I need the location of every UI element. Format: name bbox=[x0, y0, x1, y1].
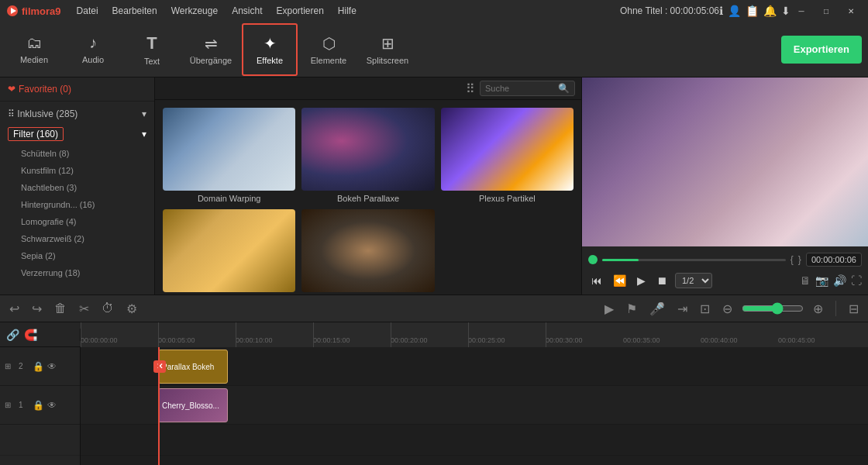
ruler-mark-20: 00:00:20:00 bbox=[391, 336, 428, 344]
download-icon[interactable]: ⬇ bbox=[781, 5, 790, 17]
skip-back-button[interactable]: ⏮ bbox=[588, 273, 605, 288]
bracket-right: } bbox=[798, 254, 801, 265]
sub-lomografie[interactable]: Lomografie (4) bbox=[12, 213, 154, 230]
effect-card-domain-warping[interactable]: Domain Warping bbox=[163, 108, 295, 203]
zoom-slider[interactable] bbox=[742, 302, 804, 315]
audio-adj-button[interactable]: ⚙ bbox=[123, 300, 140, 318]
speed-button[interactable]: ⏱ bbox=[98, 300, 117, 317]
tool-medien[interactable]: 🗂 Medien bbox=[6, 23, 62, 76]
timeline-bar[interactable] bbox=[602, 259, 786, 261]
bottom-toolbar: ↩ ↪ 🗑 ✂ ⏱ ⚙ ▶ ⚑ 🎤 ⇥ ⊡ ⊖ ⊕ ⊟ bbox=[0, 294, 868, 322]
sub-kunstfilm[interactable]: Kunstfilm (12) bbox=[12, 162, 154, 179]
effect-thumb-plexus-partikel bbox=[441, 108, 574, 191]
menu-bearbeiten[interactable]: Bearbeiten bbox=[106, 4, 164, 18]
close-button[interactable]: ✕ bbox=[840, 3, 862, 19]
text-icon: T bbox=[146, 33, 157, 53]
track-2-lock-icon[interactable]: 🔒 bbox=[33, 361, 44, 372]
uebergaenge-icon: ⇌ bbox=[205, 34, 218, 53]
minimize-button[interactable]: ─ bbox=[790, 3, 812, 19]
export-button[interactable]: Exportieren bbox=[781, 36, 862, 64]
tool-text[interactable]: T Text bbox=[124, 23, 180, 76]
search-input[interactable] bbox=[485, 84, 555, 93]
sub-verzerrung[interactable]: Verzerrung (18) bbox=[12, 264, 154, 281]
snap-icon[interactable]: 🧲 bbox=[24, 329, 37, 341]
marker-button[interactable]: ⚑ bbox=[623, 300, 640, 318]
sub-nachtleben[interactable]: Nachtleben (3) bbox=[12, 179, 154, 196]
track-1-eye-icon[interactable]: 👁 bbox=[47, 400, 57, 411]
zoom-in-button[interactable]: ⊕ bbox=[810, 300, 826, 318]
snapshot-icon[interactable]: 📷 bbox=[815, 274, 828, 287]
crop-button[interactable]: ⊖ bbox=[719, 300, 735, 318]
cut-button[interactable]: ✂ bbox=[76, 300, 92, 318]
volume-icon[interactable]: 🔊 bbox=[833, 274, 846, 287]
timeline: 🔗 🧲 00:00:00:00 00:00:05:00 00:00:10:00 … bbox=[0, 322, 868, 465]
left-panel: ❤ Favoriten (0) ⠿ Inklusive (285) ▾ Filt… bbox=[0, 78, 155, 294]
ruler-mark-10: 00:00:10:00 bbox=[236, 336, 273, 344]
maximize-button[interactable]: □ bbox=[815, 3, 837, 19]
render-icon[interactable]: 🖥 bbox=[800, 274, 811, 287]
playback-mode-button[interactable]: ▶ bbox=[601, 300, 617, 318]
account-icon[interactable]: 👤 bbox=[728, 5, 741, 17]
fullscreen-icon[interactable]: ⛶ bbox=[851, 274, 862, 287]
menu-werkzeuge[interactable]: Werkzeuge bbox=[165, 4, 224, 18]
clip-cherry-blossom[interactable]: Cherry_Blosso... bbox=[158, 388, 228, 422]
detach-audio-button[interactable]: ⇥ bbox=[674, 300, 691, 318]
menu-exportieren[interactable]: Exportieren bbox=[270, 4, 329, 18]
notifications-icon[interactable]: 📋 bbox=[746, 5, 759, 17]
sub-sepia[interactable]: Sepia (2) bbox=[12, 247, 154, 264]
track-row-2: ✕ Parallax Bokeh bbox=[81, 347, 868, 386]
heart-icon: ❤ bbox=[8, 84, 16, 95]
track-left-2: ⊞ 2 🔒 👁 bbox=[0, 347, 80, 386]
play-button[interactable]: ▶ bbox=[634, 273, 649, 288]
track-2-eye-icon[interactable]: 👁 bbox=[47, 361, 57, 372]
track-1-lock-icon[interactable]: 🔒 bbox=[33, 400, 44, 411]
tool-elemente[interactable]: ⬡ Elemente bbox=[301, 23, 356, 76]
clip-parallax-bokeh[interactable]: Parallax Bokeh bbox=[158, 350, 228, 384]
tool-uebergaenge[interactable]: ⇌ Übergänge bbox=[183, 23, 239, 76]
ruler-mark-45: 00:00:45:00 bbox=[778, 336, 815, 344]
preview-panel: { } 00:00:00:06 ⏮ ⏪ ▶ ⏹ 1/2 1/4 Full 🖥 📷… bbox=[581, 78, 868, 294]
elemente-icon: ⬡ bbox=[322, 34, 336, 53]
track-num-2: ⊞ bbox=[5, 362, 16, 370]
inklusive-label: ⠿ Inklusive (285) bbox=[8, 108, 78, 119]
undo-button[interactable]: ↩ bbox=[6, 300, 22, 318]
stop-button[interactable]: ⏹ bbox=[653, 273, 670, 288]
menu-ansicht[interactable]: Ansicht bbox=[226, 4, 268, 18]
chevron-down-icon: ▾ bbox=[142, 108, 146, 119]
menu-datei[interactable]: Datei bbox=[71, 4, 105, 18]
effect-card-plexus-partikel[interactable]: Plexus Partikel bbox=[441, 108, 574, 203]
ruler-mark-15: 00:00:15:00 bbox=[313, 336, 350, 344]
splitscreen-label: Splitscreen bbox=[367, 56, 408, 65]
clip-cherry-label: Cherry_Blosso... bbox=[162, 401, 219, 410]
category-filter-header[interactable]: Filter (160) ▾ bbox=[0, 123, 154, 145]
clip-parallax-label: Parallax Bokeh bbox=[162, 363, 214, 371]
link-icon[interactable]: 🔗 bbox=[6, 329, 19, 341]
effect-name-plexus-partikel: Plexus Partikel bbox=[441, 194, 574, 203]
pip-button[interactable]: ⊡ bbox=[697, 300, 713, 318]
category-inklusive: ⠿ Inklusive (285) ▾ bbox=[0, 105, 154, 123]
frame-back-button[interactable]: ⏪ bbox=[610, 273, 629, 288]
sub-schwarzweiss[interactable]: Schwarzweiß (2) bbox=[12, 230, 154, 247]
panel-toggle-button[interactable]: ⊟ bbox=[846, 300, 862, 318]
delete-button[interactable]: 🗑 bbox=[51, 300, 70, 317]
effect-card-bokeh2[interactable] bbox=[301, 209, 434, 294]
redo-button[interactable]: ↪ bbox=[29, 300, 45, 318]
effect-card-scales[interactable] bbox=[163, 209, 295, 294]
favorites-bar[interactable]: ❤ Favoriten (0) bbox=[0, 78, 154, 102]
quality-select[interactable]: 1/2 1/4 Full bbox=[675, 273, 712, 288]
tool-audio[interactable]: ♪ Audio bbox=[65, 23, 121, 76]
sub-hintergrund[interactable]: Hintergrundn... (16) bbox=[12, 196, 154, 213]
tool-effekte[interactable]: ✦ Effekte bbox=[242, 23, 298, 76]
effect-thumb-bokeh2 bbox=[301, 209, 434, 292]
effect-card-bokeh-parallaxe[interactable]: Bokeh Parallaxe bbox=[301, 108, 434, 203]
voiceover-button[interactable]: 🎤 bbox=[646, 300, 668, 318]
sub-schuetteln[interactable]: Schütteln (8) bbox=[12, 145, 154, 162]
info-icon[interactable]: ℹ bbox=[719, 5, 723, 17]
category-filter: Filter (160) ▾ Schütteln (8) Kunstfilm (… bbox=[0, 123, 154, 281]
tool-splitscreen[interactable]: ⊞ Splitscreen bbox=[360, 23, 415, 76]
grid-options-icon[interactable]: ⠿ bbox=[466, 81, 475, 96]
bell-icon[interactable]: 🔔 bbox=[763, 5, 777, 17]
category-inklusive-header[interactable]: ⠿ Inklusive (285) ▾ bbox=[0, 105, 154, 123]
menu-hilfe[interactable]: Hilfe bbox=[332, 4, 363, 18]
timeline-left-header: 🔗 🧲 bbox=[0, 329, 81, 341]
